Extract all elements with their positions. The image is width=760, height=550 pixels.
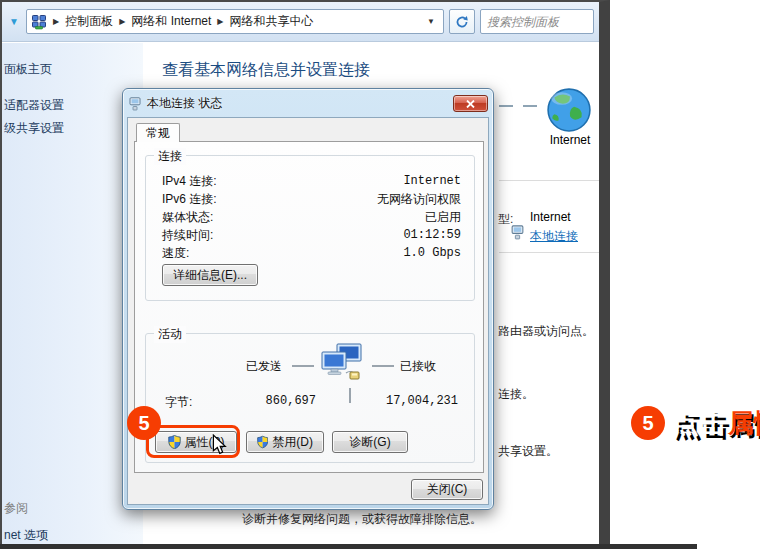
diagnose-button[interactable]: 诊断(G) (332, 431, 408, 453)
status-row: IPv6 连接: 无网络访问权限 (162, 190, 461, 208)
row-value: 01:12:59 (403, 228, 461, 242)
row-label: 速度: (162, 245, 189, 262)
dialog-client-area: 常规 连接 IPv4 连接: Internet IPv6 连接: 无网络访问权限 (127, 117, 489, 505)
status-row: 持续时间: 01:12:59 (162, 226, 461, 244)
nav-history-dropdown-icon[interactable]: ▼ (7, 16, 21, 27)
close-icon (466, 100, 475, 108)
step-badge: 5 (127, 406, 161, 440)
close-dialog-button-label: 关闭(C) (427, 481, 468, 498)
task-text-fragment: 路由器或访问点。 (498, 323, 594, 340)
status-row: IPv4 连接: Internet (162, 172, 461, 190)
tab-general[interactable]: 常规 (136, 123, 180, 142)
annotation-click-text: 点击 (672, 406, 728, 440)
sidebar-item-internet-options[interactable]: net 选项 (4, 527, 48, 544)
received-dash (372, 365, 394, 367)
row-label: 持续时间: (162, 227, 213, 244)
breadcrumb-network-internet[interactable]: 网络和 Internet (131, 13, 211, 30)
breadcrumb: ▶ 控制面板 ▶ 网络和 Internet ▶ 网络和共享中心 ▼ (26, 9, 444, 34)
breadcrumb-separator-icon: ▶ (215, 17, 225, 26)
frame-bottom-border (0, 544, 697, 549)
connection-rows: IPv4 连接: Internet IPv6 连接: 无网络访问权限 媒体状态:… (162, 172, 461, 262)
details-button-label: 详细信息(E)... (173, 267, 247, 284)
network-map-connection-line (499, 105, 537, 107)
address-bar: ▼ ▶ 控制面板 ▶ 网络和 Internet ▶ 网络和共享中心 ▼ (2, 2, 599, 42)
network-center-icon (31, 14, 47, 30)
close-dialog-button[interactable]: 关闭(C) (411, 479, 483, 500)
sidebar-item-change-adapter-settings[interactable]: 适配器设置 (4, 97, 64, 114)
row-value: 1.0 Gbps (403, 246, 461, 260)
connection-group: 连接 IPv4 连接: Internet IPv6 连接: 无网络访问权限 媒体… (145, 155, 475, 301)
breadcrumb-separator-icon: ▶ (117, 17, 127, 26)
diagnose-button-label: 诊断(G) (349, 434, 390, 451)
connection-group-label: 连接 (154, 148, 186, 165)
step-badge: 5 (631, 406, 665, 440)
row-label: 媒体状态: (162, 209, 213, 226)
bytes-label: 字节: (165, 394, 192, 411)
status-row: 速度: 1.0 Gbps (162, 244, 461, 262)
bytes-received-value: 17,004,231 (358, 394, 458, 408)
bytes-divider (349, 388, 351, 403)
received-label: 已接收 (400, 358, 436, 375)
sidebar-item-control-panel-home[interactable]: 面板主页 (4, 61, 52, 78)
disable-button-label: 禁用(D) (272, 434, 313, 451)
annotation-properties-text: 属性 (728, 406, 760, 440)
row-value: 已启用 (425, 209, 461, 226)
row-label: IPv6 连接: (162, 191, 217, 208)
details-button[interactable]: 详细信息(E)... (162, 264, 258, 286)
local-connection-status-dialog: 本地连接 状态 常规 连接 IPv4 连接: Internet (122, 88, 494, 510)
activity-group: 活动 已发送 已接收 (145, 333, 475, 463)
dialog-titlebar[interactable]: 本地连接 状态 (128, 91, 488, 116)
sidebar-item-advanced-sharing-settings[interactable]: 级共享设置 (4, 120, 64, 137)
status-row: 媒体状态: 已启用 (162, 208, 461, 226)
activity-group-label: 活动 (154, 326, 186, 343)
breadcrumb-network-sharing-center[interactable]: 网络和共享中心 (230, 13, 314, 30)
general-tab-page: 连接 IPv4 连接: Internet IPv6 连接: 无网络访问权限 媒体… (134, 141, 484, 473)
breadcrumb-separator-icon: ▶ (51, 17, 61, 26)
sent-dash (292, 365, 314, 367)
page-title: 查看基本网络信息并设置连接 (162, 60, 370, 81)
diagnose-task-text: 诊断并修复网络问题，或获得故障排除信息。 (242, 511, 482, 528)
disable-button[interactable]: 禁用(D) (246, 431, 324, 453)
sidebar-see-also-label: 参阅 (4, 500, 28, 517)
connection-icon (510, 225, 525, 240)
section-divider (499, 180, 599, 181)
breadcrumb-control-panel[interactable]: 控制面板 (65, 13, 113, 30)
row-value: Internet (403, 174, 461, 188)
dialog-title: 本地连接 状态 (147, 95, 222, 112)
internet-globe-icon (546, 87, 592, 133)
task-text-fragment: 共享设置。 (498, 443, 558, 460)
row-label: IPv4 连接: (162, 173, 217, 190)
tutorial-page: ▼ ▶ 控制面板 ▶ 网络和 Internet ▶ 网络和共享中心 ▼ (0, 0, 760, 550)
search-input[interactable] (480, 9, 594, 34)
computers-activity-icon (318, 340, 364, 386)
mouse-cursor-icon (212, 434, 228, 456)
refresh-icon (455, 15, 469, 29)
row-value: 无网络访问权限 (377, 191, 461, 208)
internet-map-label: Internet (542, 133, 598, 147)
refresh-button[interactable] (449, 9, 475, 34)
task-text-fragment: 连接。 (498, 386, 534, 403)
connection-icon (128, 97, 142, 111)
uac-shield-icon (257, 435, 268, 449)
address-dropdown-icon[interactable]: ▼ (423, 17, 439, 26)
close-button[interactable] (453, 95, 488, 112)
side-annotation: 5 点击 属性 (631, 406, 760, 440)
sent-label: 已发送 (246, 358, 282, 375)
access-type-value: Internet (530, 210, 571, 224)
uac-shield-icon (168, 435, 181, 449)
local-connection-link[interactable]: 本地连接 (530, 228, 578, 245)
section-divider (499, 252, 599, 253)
bytes-sent-value: 860,697 (236, 394, 316, 408)
